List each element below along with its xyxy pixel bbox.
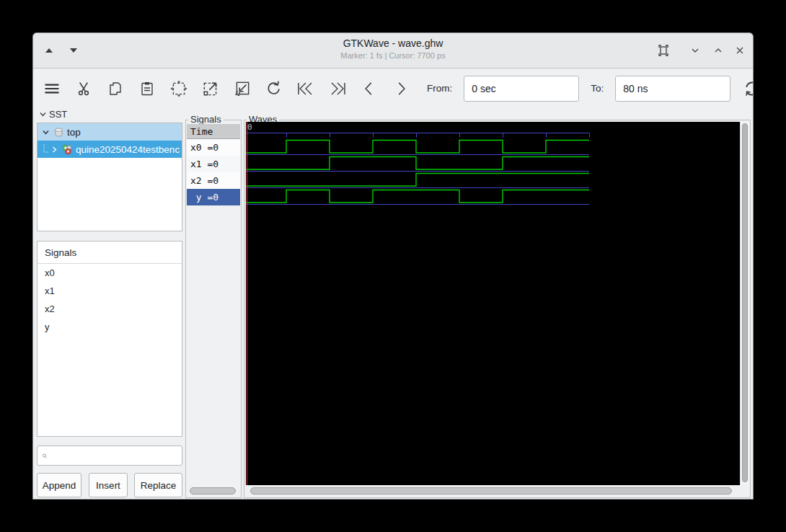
copy-icon [107,80,124,97]
waves-frame: Waves 0 [244,120,751,498]
copy-button[interactable] [105,79,125,99]
action-buttons: Append Insert Replace [37,473,182,497]
zoom-in-icon [201,79,220,98]
sst-label: SST [49,109,67,120]
shade-up-icon[interactable] [45,48,53,53]
wave-canvas[interactable]: 0 [246,122,741,485]
wave-hscrollbar[interactable] [250,487,732,495]
window-close-button[interactable] [731,42,749,59]
signal-row-x2[interactable]: x2 =0 [187,172,240,189]
reload-button[interactable] [742,79,754,99]
signal-search-header: Signals [37,241,182,264]
sst-header[interactable]: SST [39,109,67,120]
go-to-start-icon [296,79,316,98]
component-icon [53,127,64,138]
signal-item-x1[interactable]: x1 [37,282,182,300]
wave-vscrollbar-thumb[interactable] [742,123,748,482]
zoom-fit-button[interactable] [169,79,189,99]
sst-tree: top quine20250424testbenc [37,123,182,231]
fit-icon [657,44,670,57]
cut-icon [75,80,92,97]
window-fit-button[interactable] [655,42,672,59]
expander-open-icon [42,128,50,136]
chevron-down-icon [689,44,702,57]
to-label: To: [591,83,604,94]
signal-item-x0[interactable]: x0 [37,264,182,282]
undo-icon [265,79,283,98]
cut-button[interactable] [74,79,94,99]
signal-row-y[interactable]: y =0 [187,189,240,205]
window-maximize-button[interactable] [710,42,727,59]
search-input[interactable] [52,450,182,462]
tree-guide-line [43,144,50,154]
toolbar: From: To: [33,68,753,109]
signal-search-panel: Signals x0 x1 x2 y [37,241,182,437]
insert-button[interactable]: Insert [89,473,128,497]
zoom-out-button[interactable] [232,79,252,99]
signal-list-hscrollbar[interactable] [190,487,236,495]
tree-item-label: quine20250424testbenc [76,144,180,155]
signal-item-x2[interactable]: x2 [37,300,182,318]
wave-vscrollbar[interactable] [740,122,749,485]
tree-item-label: top [67,127,81,138]
go-to-end-button[interactable] [327,79,348,99]
go-to-start-button[interactable] [296,79,316,99]
step-back-button[interactable] [359,79,379,99]
module-icon [61,143,73,155]
reload-icon [742,79,754,99]
signal-item-y[interactable]: y [37,318,182,336]
paste-button[interactable] [137,79,157,99]
gtkwave-window: GTKWave - wave.ghw Marker: 1 fs | Cursor… [32,32,754,500]
from-label: From: [427,83,452,94]
time-header[interactable]: Time [187,124,240,139]
desktop-background: GTKWave - wave.ghw Marker: 1 fs | Cursor… [0,0,786,532]
menu-button[interactable] [42,79,62,99]
zoom-fit-icon [169,79,188,98]
signal-list-frame-label: Signals [188,114,224,125]
shade-down-icon[interactable] [70,48,77,53]
chevron-right-icon [392,79,410,98]
undo-button[interactable] [264,79,284,99]
chevron-left-icon [360,79,379,98]
signal-row-x0[interactable]: x0 =0 [187,139,240,156]
signal-row-x1[interactable]: x1 =0 [187,156,240,172]
wave-canvas-svg: 0 [246,122,741,485]
collapse-chevron-icon [39,110,47,118]
from-input[interactable] [464,76,579,102]
signal-list-frame: Signals Time x0 =0 x1 =0 x2 =0 y =0 [185,120,242,498]
tree-item-top[interactable]: top [37,123,182,141]
zoom-in-button[interactable] [200,79,221,99]
search-icon [42,451,48,461]
replace-button[interactable]: Replace [134,473,182,497]
window-title: GTKWave - wave.ghw [33,37,753,49]
append-button[interactable]: Append [37,473,81,497]
tree-item-quine-testbench[interactable]: quine20250424testbenc [37,141,182,158]
expander-closed-icon [50,146,58,154]
menu-icon [43,79,61,98]
signal-list: Time x0 =0 x1 =0 x2 =0 y =0 [187,124,240,205]
titlebar[interactable]: GTKWave - wave.ghw Marker: 1 fs | Cursor… [33,33,753,68]
chevron-up-icon [712,44,725,57]
paste-icon [138,80,156,97]
window-minimize-button[interactable] [686,42,704,59]
to-input[interactable] [615,76,730,102]
window-subtitle: Marker: 1 fs | Cursor: 7700 ps [33,51,753,60]
step-forward-button[interactable] [391,79,411,99]
svg-text:0: 0 [247,123,252,132]
close-icon [733,44,746,57]
go-to-end-icon [327,79,348,98]
zoom-out-icon [233,79,252,98]
signal-search-box[interactable] [37,445,182,466]
